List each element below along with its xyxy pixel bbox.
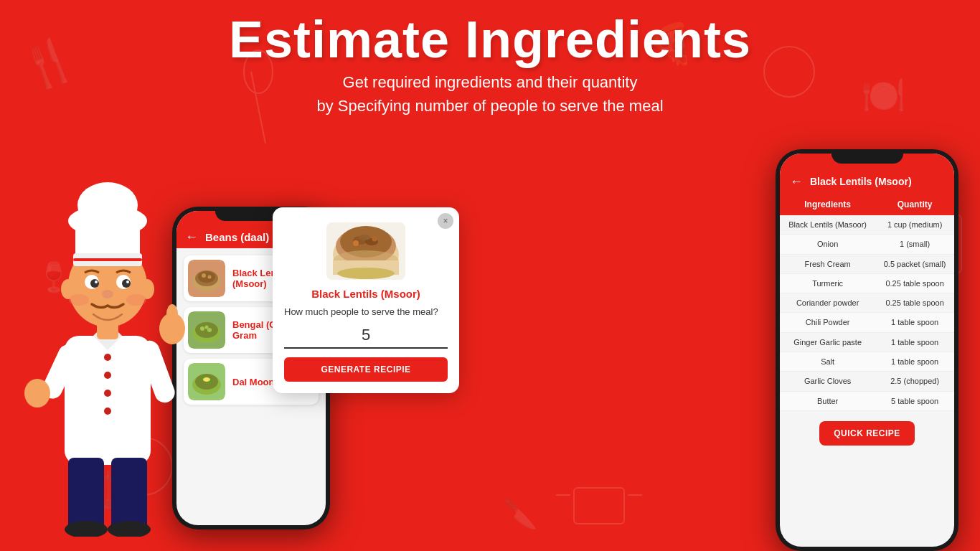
table-row: Onion1 (small) (780, 235, 954, 254)
svg-point-40 (122, 279, 131, 288)
svg-point-39 (90, 279, 99, 288)
table-row: Butter5 table spoon (780, 391, 954, 410)
chef-illustration (14, 164, 201, 537)
back-arrow-right[interactable]: ← (790, 174, 803, 189)
ingredient-cell: Chili Powder (780, 313, 875, 332)
table-row: Salt1 table spoon (780, 352, 954, 372)
food-image (323, 219, 409, 283)
table-row: Coriander powder0.25 table spoon (780, 293, 954, 313)
subtitle: Get required ingredients and their quant… (229, 70, 751, 118)
col-ingredients: Ingredients (780, 194, 875, 215)
dialog-food-name: Black Lentils (Msoor) (284, 288, 448, 300)
svg-point-72 (359, 235, 370, 240)
svg-point-18 (104, 390, 111, 397)
table-row: Fresh Cream0.5 packet (small) (780, 254, 954, 273)
quantity-cell: 2.5 (chopped) (875, 372, 954, 391)
quantity-cell: 1 cup (medium) (875, 215, 954, 235)
quantity-cell: 0.25 table spoon (875, 273, 954, 293)
quantity-cell: 1 (small) (875, 235, 954, 254)
phone-right: ← Black Lentils (Msoor) Ingredients Quan… (776, 149, 958, 551)
ingredient-cell: Black Lentils (Masoor) (780, 215, 875, 235)
table-row: Ginger Garlic paste1 table spoon (780, 332, 954, 352)
svg-point-19 (104, 408, 111, 415)
quantity-cell: 1 table spoon (875, 332, 954, 352)
screen-title-right: Black Lentils (Msoor) (810, 176, 912, 187)
quantity-cell: 0.25 table spoon (875, 293, 954, 313)
svg-rect-22 (68, 458, 104, 529)
main-container: Estimate Ingredients Get required ingred… (0, 0, 980, 551)
table-row: Chili Powder1 table spoon (780, 313, 954, 332)
ingredient-cell: Salt (780, 352, 875, 372)
chef-container (14, 164, 215, 551)
quick-recipe-button[interactable]: QUICK RECIPE (819, 421, 915, 446)
svg-point-41 (95, 281, 98, 283)
ingredient-cell: Turmeric (780, 273, 875, 293)
arrow-right (613, 344, 685, 390)
main-title: Estimate Ingredients (229, 13, 751, 67)
svg-rect-36 (73, 258, 142, 261)
svg-point-73 (353, 240, 359, 246)
ingredient-cell: Onion (780, 235, 875, 254)
table-row: Turmeric0.25 table spoon (780, 273, 954, 293)
ingredients-table: Ingredients Quantity Black Lentils (Maso… (780, 194, 954, 411)
svg-point-28 (166, 304, 178, 324)
svg-point-42 (126, 281, 129, 283)
header-section: Estimate Ingredients Get required ingred… (229, 0, 751, 118)
people-input[interactable]: 5 (284, 326, 448, 349)
quantity-cell: 1 table spoon (875, 352, 954, 372)
phone-notch-right (831, 149, 903, 164)
ingredient-cell: Fresh Cream (780, 254, 875, 273)
ingredient-cell: Butter (780, 391, 875, 410)
svg-point-77 (337, 268, 395, 279)
col-quantity: Quantity (875, 194, 954, 215)
svg-point-16 (104, 354, 111, 361)
table-row: Garlic Cloves2.5 (chopped) (780, 372, 954, 391)
svg-rect-23 (111, 458, 147, 529)
table-row: Black Lentils (Masoor)1 cup (medium) (780, 215, 954, 235)
svg-point-46 (69, 294, 89, 306)
dialog-popup: × Black Lentils (M (273, 207, 459, 393)
ingredient-cell: Garlic Cloves (780, 372, 875, 391)
svg-point-47 (126, 294, 146, 306)
svg-point-34 (77, 182, 138, 228)
dialog-question: How much people to serve the meal? (284, 306, 448, 319)
people-count: 5 (362, 326, 370, 344)
quantity-cell: 0.5 packet (small) (875, 254, 954, 273)
close-button[interactable]: × (438, 213, 453, 229)
svg-point-30 (24, 379, 50, 408)
quantity-cell: 1 table spoon (875, 313, 954, 332)
quantity-cell: 5 table spoon (875, 391, 954, 410)
generate-recipe-button[interactable]: GENERATE RECIPIE (284, 357, 448, 382)
svg-point-17 (104, 372, 111, 379)
svg-point-43 (102, 290, 113, 298)
svg-point-74 (372, 236, 377, 241)
ingredient-cell: Ginger Garlic paste (780, 332, 875, 352)
ingredient-cell: Coriander powder (780, 293, 875, 313)
